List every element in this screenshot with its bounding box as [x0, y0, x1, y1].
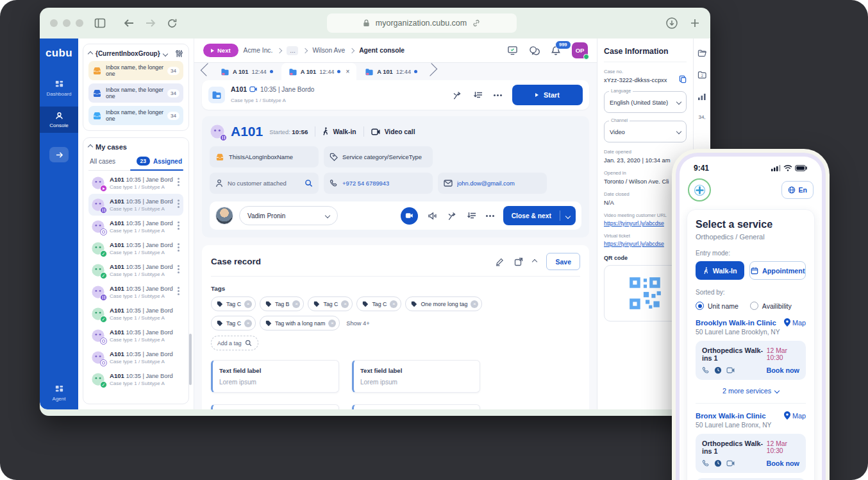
collapse-cases-icon[interactable]	[88, 144, 93, 150]
remove-tag-icon[interactable]: ×	[328, 320, 336, 327]
sort-unit-name-radio[interactable]: Unit name	[696, 302, 739, 310]
archive-folder-icon[interactable]: 2	[697, 71, 707, 79]
transfer-call-icon[interactable]	[447, 211, 457, 221]
collapse-record-icon[interactable]	[532, 259, 537, 264]
next-button[interactable]: Next	[203, 44, 238, 57]
save-button[interactable]: Save	[546, 253, 580, 270]
case-menu-icon[interactable]	[178, 203, 179, 205]
customer-phone-chip[interactable]: +972 54 6789943	[324, 173, 433, 194]
remove-tag-icon[interactable]: ×	[244, 320, 252, 327]
agent-select[interactable]: Vadim Pronin	[239, 206, 338, 225]
breadcrumb-ellipsis[interactable]: …	[287, 46, 298, 55]
clinic-name[interactable]: Brooklyn Walk-in Clinic	[696, 319, 776, 327]
tabs-scroll-left-icon[interactable]	[201, 63, 214, 76]
case-list-item[interactable]: A101 10:35 | Jane Bordo Case type 1 / Su…	[88, 216, 183, 237]
sidebar-item-agent[interactable]: Agent	[53, 384, 66, 402]
back-icon[interactable]	[123, 18, 135, 28]
tab-all-cases[interactable]: All cases	[90, 158, 115, 165]
case-tab[interactable]: A 10112:44	[213, 63, 280, 80]
chats-icon[interactable]	[529, 46, 540, 55]
case-list-item[interactable]: A101 10:35 | Jane Bordo Case type 1 / Su…	[88, 325, 183, 347]
tab-assigned[interactable]: 23 Assigned	[137, 157, 182, 166]
collapse-rail-button[interactable]	[49, 147, 69, 162]
close-window-icon[interactable]	[50, 19, 58, 27]
case-list-item[interactable]: A101 10:35 | Jane Bordo Case type 1 / Su…	[88, 237, 183, 259]
sidebar-item-console[interactable]: Console	[40, 107, 78, 133]
more-actions-icon[interactable]	[489, 215, 491, 217]
case-list-scrollbar[interactable]	[189, 334, 192, 385]
close-tab-icon[interactable]: ×	[346, 68, 349, 75]
language-select[interactable]: Language English (United State)	[604, 91, 687, 113]
tag-chip[interactable]: Tag B ×	[260, 296, 305, 311]
case-list-item[interactable]: A101 10:35 | Jane Bordo Case type 1 / Su…	[88, 259, 183, 281]
start-button[interactable]: Start	[512, 85, 583, 105]
more-services-link[interactable]: 2 more services	[696, 387, 806, 395]
book-now-button[interactable]: Book now	[766, 459, 799, 467]
video-call-button[interactable]	[401, 207, 418, 225]
case-list-item[interactable]: A101 10:35 | Jane Bordo Case type 1 / Su…	[88, 303, 183, 325]
search-icon[interactable]	[305, 179, 313, 187]
traffic-lights[interactable]	[50, 19, 83, 27]
case-list-item[interactable]: A101 10:35 | Jane Bordo Case type 1 / Su…	[88, 172, 183, 194]
case-menu-icon[interactable]	[178, 290, 179, 292]
reload-icon[interactable]	[167, 18, 178, 29]
case-menu-icon[interactable]	[178, 225, 179, 227]
breadcrumb-org[interactable]: Acme Inc.	[244, 47, 273, 54]
remove-tag-icon[interactable]: ×	[471, 300, 478, 308]
close-next-dropdown-icon[interactable]	[560, 212, 576, 219]
tag-chip[interactable]: Tag C ×	[356, 296, 401, 311]
map-link[interactable]: Map	[784, 318, 806, 327]
case-tab[interactable]: A 10112:44	[358, 63, 424, 80]
clinic-name[interactable]: Bronx Walk-in Clinic	[696, 412, 765, 420]
service-category-chip[interactable]: Service category/ServiceType	[324, 146, 433, 167]
tag-chip[interactable]: Tag C ×	[308, 296, 353, 311]
transfer-call-icon[interactable]	[452, 90, 462, 100]
stats-chart-icon[interactable]	[697, 92, 706, 101]
address-bar[interactable]: myorganization.cubu.com	[327, 13, 517, 33]
case-tab-active[interactable]: A 10112:44 ×	[281, 63, 357, 80]
tag-chip[interactable]: Tag with a long nam ×	[260, 316, 340, 330]
zoom-window-icon[interactable]	[76, 19, 83, 27]
group-dropdown-icon[interactable]	[162, 51, 167, 56]
breadcrumb-branch[interactable]: Wilson Ave	[312, 47, 345, 54]
appointment-toggle-button[interactable]: Appointment	[749, 261, 806, 280]
case-menu-icon[interactable]	[178, 181, 179, 183]
show-more-tags[interactable]: Show 4+	[346, 320, 369, 327]
downloads-icon[interactable]	[665, 17, 678, 30]
tag-chip[interactable]: One more long tag ×	[405, 296, 482, 311]
queue-icon[interactable]	[467, 211, 477, 220]
case-list-item[interactable]: A101 10:35 | Jane Bordo Case type 1 / Su…	[88, 347, 183, 368]
link-icon[interactable]	[472, 19, 481, 28]
case-inbox-chip[interactable]: ThisIsALongInboxName	[210, 146, 319, 167]
case-list-item[interactable]: A101 10:35 | Jane Bordo Case type 1 / Su…	[88, 194, 183, 216]
sidebar-toggle-icon[interactable]	[94, 17, 106, 29]
tag-chip[interactable]: Tag C ×	[211, 316, 256, 330]
sort-availability-radio[interactable]: Availibility	[750, 302, 792, 310]
expand-icon[interactable]	[514, 257, 523, 266]
language-button[interactable]: En	[781, 181, 814, 199]
copy-icon[interactable]	[679, 75, 687, 83]
notifications-bell-icon[interactable]: 999	[551, 46, 561, 56]
tabs-scroll-right-icon[interactable]	[424, 63, 438, 76]
remove-tag-icon[interactable]: ×	[341, 300, 349, 308]
screen-share-icon[interactable]	[507, 46, 518, 55]
sidebar-item-dashboard[interactable]: Dashboard	[40, 75, 78, 101]
case-list-item[interactable]: A101 10:35 | Jane Bordo Case type 1 / Su…	[88, 281, 183, 303]
inbox-group-name[interactable]: {CurrentInboxGroup}	[96, 50, 160, 57]
add-tag-button[interactable]: Add a tag	[211, 336, 258, 350]
inbox-list-item[interactable]: Inbox name, the longer one 34	[88, 106, 183, 125]
map-link[interactable]: Map	[784, 411, 806, 420]
open-folder-icon[interactable]	[697, 49, 707, 57]
user-avatar[interactable]: OP	[572, 42, 588, 58]
tag-chip[interactable]: Tag C ×	[211, 296, 256, 311]
collapse-group-icon[interactable]	[88, 51, 93, 56]
case-menu-icon[interactable]	[178, 246, 179, 248]
queue-icon[interactable]	[473, 90, 483, 99]
book-now-button[interactable]: Book now	[766, 366, 799, 374]
inbox-list-item[interactable]: Inbox name, the longer one 34	[88, 83, 183, 103]
forward-icon[interactable]	[145, 18, 156, 28]
more-actions-icon[interactable]	[497, 94, 499, 96]
channel-select[interactable]: Channel Video	[604, 121, 687, 142]
customer-search-chip[interactable]: No customer attached	[210, 173, 319, 194]
walk-in-toggle-button[interactable]: Walk-In	[696, 261, 744, 280]
